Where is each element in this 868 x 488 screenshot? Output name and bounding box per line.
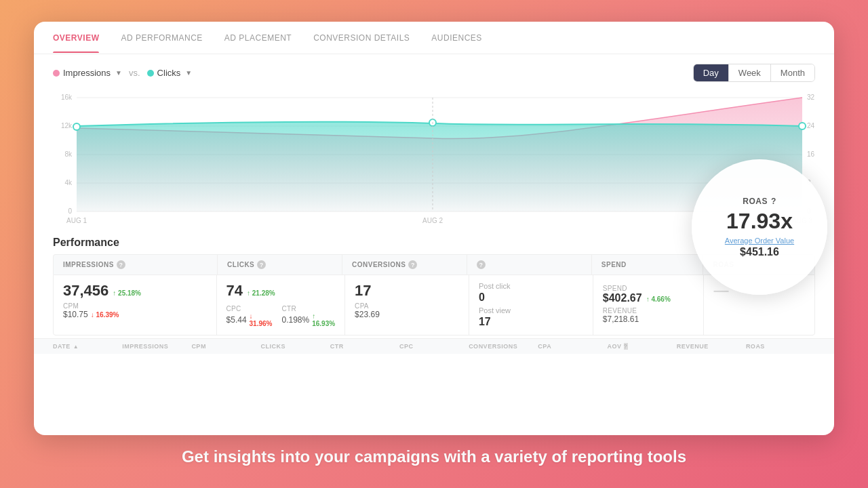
clicks-col-label: CLICKS [261,343,330,350]
clicks-arrow: ▼ [185,69,192,77]
time-buttons: Day Week Month [693,64,815,82]
impressions-sub-badge: ↓ 16.39% [91,311,119,319]
conversions-value: 17 [355,282,459,300]
roas-overlay: ROAS ? 17.93x Average Order Value $451.1… [692,159,827,295]
col-header-spend-label: SPEND [601,261,627,268]
post-click-val: 0 [479,291,583,304]
clicks-value: 74 ↑ 21.28% [226,282,336,300]
col-header-clicks-label: CLICKS [227,261,254,268]
legend-impressions[interactable]: Impressions ▼ [53,68,122,78]
roas-label-row: ROAS ? [743,197,776,206]
cpc-label: CPC [226,305,273,312]
revenue-col-label: REVENUE [677,343,746,350]
impressions-sub-val: $10.75 ↓ 16.39% [63,310,207,319]
conversions-info-icon[interactable]: ? [408,260,417,269]
cpc-col-label: CPC [399,343,469,350]
postclick-info-icon[interactable]: ? [477,260,486,269]
post-click-label: Post click [479,282,583,290]
time-btn-month[interactable]: Month [771,64,814,81]
cpa-val: $23.69 [355,310,459,319]
impressions-badge: ↑ 25.18% [113,289,141,297]
date-col: DATE ▲ [53,343,122,350]
svg-text:8k: 8k [64,150,73,158]
col-header-conversions-label: CONVERSIONS [352,261,406,268]
bottom-banner-text: Get insights into your campaigns with a … [182,447,686,466]
perf-data-row: 37,456 ↑ 25.18% CPM $10.75 ↓ 16.39% 74 ↑… [53,274,815,336]
col-header-postclick: ? [467,255,592,274]
cpc-val: $5.44 ↓ 31.96% [226,312,273,327]
ctr-group: CTR 0.198% ↑ 16.93% [281,302,335,327]
cell-clicks: 74 ↑ 21.28% CPC $5.44 ↓ 31.96% CTR [217,275,346,335]
svg-text:4k: 4k [64,179,73,186]
legend-clicks-label: Clicks [157,68,181,78]
legend-impressions-label: Impressions [63,68,111,78]
svg-text:AUG 1: AUG 1 [66,217,87,224]
roas-col-label: ROAS [746,343,815,350]
impressions-sub-label: CPM [63,302,207,310]
col-header-conversions: CONVERSIONS ? [342,255,467,274]
roas-value: 17.93x [726,209,793,234]
cpa-col-label: CPA [538,343,607,350]
clicks-point-left [73,123,80,130]
nav-tabs: OVERVIEW AD PERFORMANCE AD PLACEMENT CON… [34,22,834,54]
col-header-clicks: CLICKS ? [218,255,342,274]
cell-impressions: 37,456 ↑ 25.18% CPM $10.75 ↓ 16.39% [54,275,217,335]
legend-vs: vs. [129,68,140,78]
roas-sub-link[interactable]: Average Order Value [725,237,794,245]
roas-sub-val: $451.16 [740,246,779,258]
svg-text:32: 32 [807,94,815,101]
col-header-impressions: IMPRESSIONS ? [54,255,218,274]
revenue-val: $7,218.61 [603,314,694,324]
cpa-label: CPA [355,302,459,310]
tab-ad-placement[interactable]: AD PLACEMENT [224,24,292,52]
bottom-col-labels: DATE ▲ IMPRESSIONS CPM CLICKS CTR CPC CO… [34,338,834,354]
roas-label: ROAS [743,197,768,206]
cell-post-click: Post click 0 Post view 17 [469,275,593,335]
post-view-val: 17 [479,316,583,328]
clicks-badge: ↑ 21.28% [247,289,275,297]
aov-info-icon[interactable]: ? [624,343,628,350]
aov-col-label: AOV ? [608,343,677,350]
cpc-badge: ↓ 31.96% [250,312,273,327]
clicks-point-right [799,123,806,129]
chart-controls: Impressions ▼ vs. Clicks ▼ Day Week Mont… [53,64,815,82]
tab-ad-performance[interactable]: AD PERFORMANCE [121,24,202,52]
time-btn-day[interactable]: Day [694,64,729,81]
svg-text:AUG 2: AUG 2 [422,217,443,224]
ctr-badge: ↑ 16.93% [312,312,335,327]
tab-overview[interactable]: OVERVIEW [53,24,99,52]
impressions-dot [53,70,60,77]
svg-text:16k: 16k [61,94,73,101]
post-view-label: Post view [479,306,583,314]
tab-conversion-details[interactable]: CONVERSION DETAILS [313,24,410,52]
svg-text:24: 24 [807,122,815,129]
time-btn-week[interactable]: Week [729,64,771,81]
impressions-col-label: IMPRESSIONS [122,343,191,350]
cell-conversions: 17 CPA $23.69 [345,275,469,335]
cpm-col-label: CPM [191,343,260,350]
revenue-label: Revenue [603,307,694,314]
impressions-arrow: ▼ [115,69,122,77]
roas-info-icon[interactable]: ? [771,197,776,206]
legend-clicks[interactable]: Clicks ▼ [147,68,193,78]
clicks-info-icon[interactable]: ? [257,260,266,269]
bottom-banner: Get insights into your campaigns with a … [182,447,686,466]
spend-label: Spend [603,285,694,292]
ctr-val: 0.198% ↑ 16.93% [281,312,335,327]
svg-text:0: 0 [68,207,72,215]
svg-text:16: 16 [807,150,815,158]
impressions-info-icon[interactable]: ? [117,260,125,269]
ctr-col-label: CTR [330,343,399,350]
cell-spend: Spend $402.67 ↑ 4.66% Revenue $7,218.61 [593,275,705,335]
performance-section: Performance IMPRESSIONS ? CLICKS ? CONVE… [34,230,834,336]
svg-text:12k: 12k [61,122,73,129]
col-header-impressions-label: IMPRESSIONS [63,261,114,268]
spend-value: $402.67 ↑ 4.66% [603,292,694,304]
col-header-spend: SPEND [592,255,704,274]
tab-audiences[interactable]: AUDIENCES [431,24,482,52]
conversions-col-label: CONVERSIONS [469,343,538,350]
clicks-area [77,122,802,211]
ctr-label: CTR [281,305,335,312]
clicks-dot [147,70,154,77]
main-card: OVERVIEW AD PERFORMANCE AD PLACEMENT CON… [34,22,834,435]
